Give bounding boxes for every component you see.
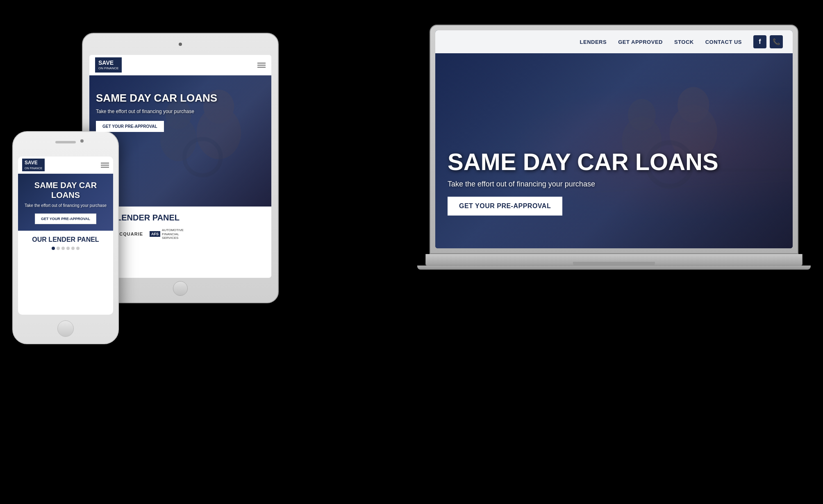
dot-4 bbox=[66, 247, 70, 250]
tablet-hero-content: SAME DAY CAR LOANS Take the effort out o… bbox=[96, 92, 217, 132]
hamburger-line-2 bbox=[257, 65, 266, 66]
phone-logo: SAVE ON FINANCE bbox=[22, 159, 45, 171]
phone-lender-section: OUR LENDER PANEL bbox=[18, 231, 113, 255]
laptop-device: LENDERS GET APPROVED STOCK CONTACT US f … bbox=[430, 25, 798, 414]
dot-6 bbox=[76, 247, 80, 250]
laptop-screen: LENDERS GET APPROVED STOCK CONTACT US f … bbox=[435, 30, 793, 248]
tablet-hero-subtitle: Take the effort out of financing your pu… bbox=[96, 109, 217, 114]
dot-2 bbox=[57, 247, 60, 250]
laptop-body: LENDERS GET APPROVED STOCK CONTACT US f … bbox=[430, 25, 798, 254]
hamburger-line-3 bbox=[257, 67, 266, 68]
phone-speaker bbox=[55, 141, 76, 143]
laptop-foot bbox=[417, 266, 811, 270]
phone-lender-dots bbox=[23, 247, 108, 250]
dot-1 bbox=[52, 247, 55, 250]
phone-frame: SAVE ON FINANCE SAME DAY CAR LOANS Take … bbox=[12, 131, 119, 344]
phone-hamburger-line-2 bbox=[101, 165, 109, 166]
phone-camera bbox=[80, 139, 84, 143]
hero-subtitle: Take the effort out of financing your pu… bbox=[448, 180, 718, 188]
phone-hamburger-menu[interactable] bbox=[101, 163, 109, 168]
scene: LENDERS GET APPROVED STOCK CONTACT US f … bbox=[0, 0, 823, 504]
phone-hero: SAME DAY CAR LOANS Take the effort out o… bbox=[18, 174, 113, 231]
hamburger-menu[interactable] bbox=[257, 63, 266, 68]
phone-icon[interactable]: 📞 bbox=[770, 35, 783, 48]
tablet-hero-title: SAME DAY CAR LOANS bbox=[96, 92, 217, 104]
tablet-lender-title: OUR LENDER PANEL bbox=[96, 213, 265, 222]
cta-button[interactable]: GET YOUR PRE-APPROVAL bbox=[448, 197, 562, 216]
phone-home-button[interactable] bbox=[57, 320, 74, 337]
nav-get-approved[interactable]: GET APPROVED bbox=[618, 39, 663, 45]
facebook-icon[interactable]: f bbox=[753, 35, 766, 48]
tablet-camera bbox=[179, 43, 182, 46]
hero-title-line1: SAME DAY CAR LOANS bbox=[448, 149, 718, 175]
nav-contact-us[interactable]: CONTACT US bbox=[705, 39, 742, 45]
dot-3 bbox=[61, 247, 65, 250]
hero-title: SAME DAY CAR LOANS bbox=[448, 149, 718, 175]
nav-lenders[interactable]: LENDERS bbox=[580, 39, 607, 45]
tablet-home-button[interactable] bbox=[173, 281, 188, 296]
tablet-lender-logos: r MACQUARIE AFS AUTOMOTIVEFINANCIALSERVI… bbox=[96, 228, 265, 240]
afs-box: AFS bbox=[150, 231, 160, 237]
phone-lender-title: OUR LENDER PANEL bbox=[23, 236, 108, 243]
phone-device: SAVE ON FINANCE SAME DAY CAR LOANS Take … bbox=[12, 131, 119, 344]
phone-hamburger-line-3 bbox=[101, 167, 109, 168]
tablet-navbar: SAVE ON FINANCE bbox=[89, 55, 271, 75]
nav-stock[interactable]: STOCK bbox=[674, 39, 694, 45]
phone-navbar: SAVE ON FINANCE bbox=[18, 157, 113, 174]
laptop-base bbox=[425, 254, 803, 266]
laptop-navbar: LENDERS GET APPROVED STOCK CONTACT US f … bbox=[435, 30, 793, 53]
phone-cta-button[interactable]: GET YOUR PRE-APPROVAL bbox=[35, 213, 96, 224]
hero-content: SAME DAY CAR LOANS Take the effort out o… bbox=[435, 149, 731, 216]
laptop-hero: SAME DAY CAR LOANS Take the effort out o… bbox=[435, 53, 793, 248]
afs-text: AUTOMOTIVEFINANCIALSERVICES bbox=[162, 228, 184, 240]
phone-hamburger-line-1 bbox=[101, 163, 109, 163]
hamburger-line-1 bbox=[257, 63, 266, 64]
phone-hero-subtitle: Take the effort out of financing your pu… bbox=[25, 203, 107, 208]
phone-screen: SAVE ON FINANCE SAME DAY CAR LOANS Take … bbox=[18, 157, 113, 315]
dot-5 bbox=[71, 247, 75, 250]
tablet-cta-button[interactable]: GET YOUR PRE-APPROVAL bbox=[96, 121, 164, 132]
tablet-logo: SAVE ON FINANCE bbox=[95, 57, 122, 73]
phone-hero-title: SAME DAY CAR LOANS bbox=[25, 180, 107, 200]
afs-logo: AFS AUTOMOTIVEFINANCIALSERVICES bbox=[150, 228, 184, 240]
social-icons: f 📞 bbox=[753, 35, 783, 48]
